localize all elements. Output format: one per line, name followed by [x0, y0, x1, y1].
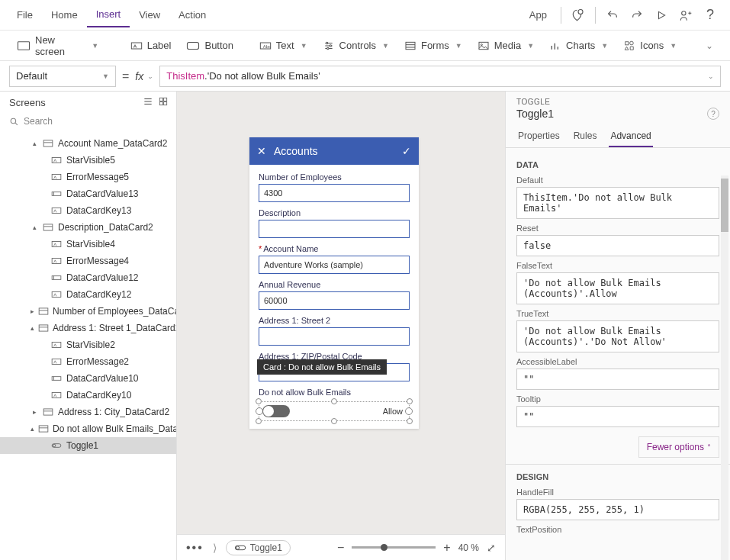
- menu-action[interactable]: Action: [169, 3, 215, 27]
- tab-advanced[interactable]: Advanced: [609, 127, 652, 147]
- list-view-icon[interactable]: [143, 96, 153, 109]
- toggle-text: Allow: [383, 407, 403, 416]
- description-input[interactable]: [259, 220, 410, 238]
- label-icon: [50, 256, 63, 266]
- svg-rect-52: [52, 359, 61, 365]
- help-icon[interactable]: ?: [698, 3, 722, 27]
- menu-insert[interactable]: Insert: [87, 2, 130, 27]
- tab-rules[interactable]: Rules: [572, 127, 599, 147]
- tab-properties[interactable]: Properties: [516, 127, 561, 147]
- account-name-input[interactable]: [259, 256, 410, 274]
- grid-view-icon[interactable]: [158, 96, 169, 109]
- tool-charts[interactable]: Charts ▼: [543, 37, 614, 54]
- zoom-slider[interactable]: [352, 546, 436, 549]
- tool-controls[interactable]: Controls ▼: [317, 37, 395, 54]
- prop-truetext-input[interactable]: 'Do not allow Bulk Emails (Accounts)'.'D…: [516, 320, 719, 352]
- tree-item-description-card[interactable]: ▴Description_DataCard2: [0, 219, 176, 236]
- share-icon[interactable]: [674, 3, 698, 27]
- card-icon: [42, 222, 54, 233]
- redo-icon[interactable]: [625, 3, 649, 27]
- prop-reset-input[interactable]: false: [516, 235, 719, 256]
- prop-accessiblelabel-input[interactable]: "": [516, 369, 719, 390]
- tool-controls-label: Controls: [339, 40, 376, 51]
- tool-forms[interactable]: Forms ▼: [398, 37, 468, 54]
- play-icon[interactable]: [649, 3, 674, 27]
- svg-rect-28: [164, 98, 167, 101]
- zoom-out-icon[interactable]: −: [337, 541, 344, 555]
- textinput-icon: [50, 373, 63, 384]
- tool-text[interactable]: Abc Text ▼: [253, 37, 314, 54]
- tree-item-starvisible5[interactable]: StarVisible5: [0, 152, 176, 169]
- tree-item-datacardvalue13[interactable]: DataCardValue13: [0, 185, 176, 202]
- scrollbar[interactable]: [721, 175, 728, 560]
- tool-media[interactable]: Media ▼: [471, 37, 540, 54]
- chevron-down-icon: ▼: [670, 42, 677, 50]
- breadcrumb[interactable]: Toggle1: [226, 540, 291, 555]
- scrollbar-thumb[interactable]: [721, 179, 728, 232]
- svg-rect-39: [52, 208, 61, 214]
- svg-line-32: [15, 123, 18, 125]
- tool-icons[interactable]: Icons ▼: [617, 37, 683, 54]
- help-icon[interactable]: ?: [707, 108, 719, 120]
- svg-rect-14: [406, 42, 415, 49]
- svg-point-0: [578, 9, 583, 14]
- tool-button[interactable]: Button: [180, 37, 240, 54]
- checker-icon[interactable]: [566, 3, 590, 27]
- tree-item-errormessage5[interactable]: ErrorMessage5: [0, 169, 176, 185]
- breadcrumb-label: Toggle1: [250, 542, 282, 553]
- tree-item-datacardvalue10[interactable]: DataCardValue10: [0, 370, 176, 387]
- property-name: Default: [16, 70, 47, 82]
- prop-label: Reset: [516, 224, 719, 233]
- num-employees-input[interactable]: [259, 184, 410, 202]
- fx-label[interactable]: fx⌄: [135, 70, 153, 82]
- prop-tooltip-input[interactable]: "": [516, 406, 719, 427]
- svg-rect-53: [52, 377, 61, 381]
- fewer-options-button[interactable]: Fewer options˄: [638, 436, 719, 458]
- tool-button-text: Button: [204, 40, 233, 51]
- chevron-down-icon: ▼: [455, 42, 462, 50]
- search-input[interactable]: Search: [6, 114, 170, 129]
- more-icon[interactable]: •••: [186, 541, 204, 555]
- tree-item-datacardvalue12[interactable]: DataCardValue12: [0, 269, 176, 286]
- zoom-in-icon[interactable]: +: [443, 541, 450, 555]
- tree-item-starvisible2[interactable]: StarVisible2: [0, 336, 176, 353]
- menu-file[interactable]: File: [8, 3, 42, 27]
- svg-point-9: [326, 42, 327, 43]
- property-selector[interactable]: Default ▼: [9, 66, 116, 87]
- svg-rect-56: [43, 409, 53, 415]
- close-icon[interactable]: ✕: [257, 145, 266, 157]
- tree-item-errormessage4[interactable]: ErrorMessage4: [0, 253, 176, 269]
- tree-item-city-card[interactable]: ▸Address 1: City_DataCard2: [0, 404, 176, 420]
- street2-input[interactable]: [259, 327, 410, 346]
- tool-new-screen[interactable]: New screen ▼: [11, 31, 105, 60]
- prop-handlefill-input[interactable]: RGBA(255, 255, 255, 1): [516, 499, 719, 520]
- menu-app[interactable]: App: [520, 3, 556, 27]
- tree-item-starvisible4[interactable]: StarVisible4: [0, 236, 176, 253]
- tree-item-bulkemails-card[interactable]: ▴Do not allow Bulk Emails_DataCard: [0, 420, 176, 437]
- undo-icon[interactable]: [600, 3, 625, 27]
- tree-item-street1-card[interactable]: ▴Address 1: Street 1_DataCard2: [0, 320, 176, 336]
- annual-revenue-input[interactable]: [259, 291, 410, 310]
- toggle-switch[interactable]: [262, 405, 290, 417]
- menu-view[interactable]: View: [130, 3, 169, 27]
- screen-tree: ▴Account Name_DataCard2 StarVisible5 Err…: [0, 134, 176, 560]
- prop-default-input[interactable]: ThisItem.'Do not allow Bulk Emails': [516, 187, 719, 219]
- tool-label[interactable]: Label: [124, 37, 178, 54]
- formula-input[interactable]: ThisItem.'Do not allow Bulk Emails' ⌄: [159, 66, 721, 87]
- toggle-control[interactable]: Allow: [259, 401, 410, 421]
- expand-icon[interactable]: ⤢: [487, 542, 496, 554]
- chevron-down-icon: ⌄: [708, 72, 714, 80]
- check-icon[interactable]: ✓: [402, 145, 411, 157]
- toolbar-overflow[interactable]: ⌄: [698, 37, 719, 54]
- prop-falsetext-input[interactable]: 'Do not allow Bulk Emails (Accounts)'.Al…: [516, 272, 719, 304]
- tree-item-toggle1[interactable]: Toggle1: [0, 437, 176, 454]
- tree-item-numemployees-card[interactable]: ▸Number of Employees_DataCard2: [0, 303, 176, 320]
- card-icon: [42, 138, 54, 149]
- menu-home[interactable]: Home: [42, 3, 87, 27]
- tree-item-datacardkey12[interactable]: DataCardKey12: [0, 286, 176, 303]
- tree-item-account-name-card[interactable]: ▴Account Name_DataCard2: [0, 135, 176, 152]
- label-icon: [50, 390, 63, 401]
- tree-item-datacardkey10[interactable]: DataCardKey10: [0, 387, 176, 404]
- tree-item-datacardkey13[interactable]: DataCardKey13: [0, 202, 176, 219]
- tree-item-errormessage2[interactable]: ErrorMessage2: [0, 353, 176, 370]
